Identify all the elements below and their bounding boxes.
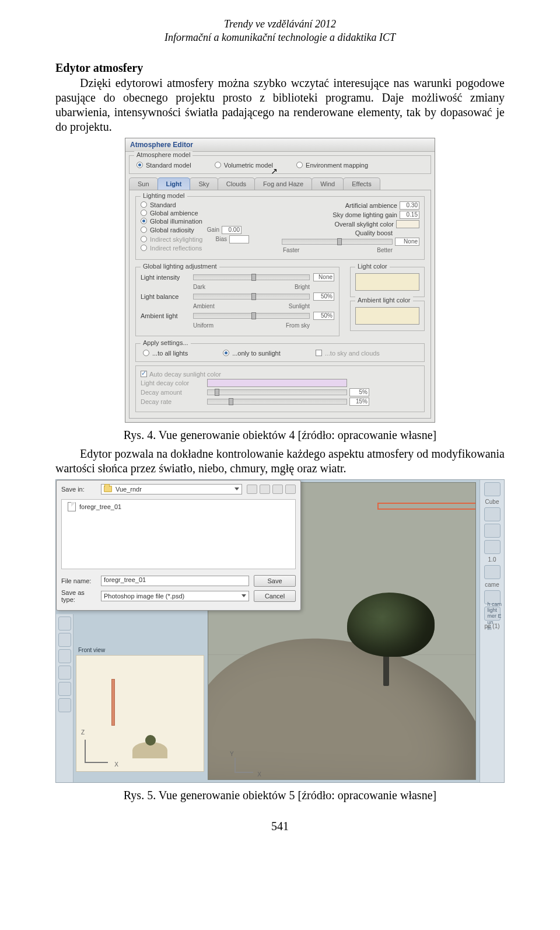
lighting-model-group: Lighting model Standard Global ambience … [135, 196, 425, 260]
light-balance-slider[interactable] [193, 294, 310, 299]
dark-label: Dark [193, 284, 205, 290]
light-decay-color-swatch[interactable] [207, 379, 347, 387]
radio-apply-all-lights[interactable]: ...to all lights [143, 350, 188, 357]
radio-dot-icon [143, 350, 149, 356]
nav-up-icon[interactable] [260, 485, 270, 494]
ambient-light-slider[interactable] [193, 313, 310, 319]
savetype-dropdown[interactable]: Photoshop image file (*.psd) [101, 591, 249, 601]
tool-button[interactable] [58, 666, 71, 680]
apply-settings-legend: Apply settings... [141, 339, 191, 346]
nav-newfolder-icon[interactable] [272, 485, 283, 494]
section-paragraph-1-text: Dzięki edytorowi atmosfery można szybko … [55, 76, 505, 133]
radio-indirect-reflections: Indirect reflections [141, 245, 202, 252]
radio-apply-sunlight[interactable]: ...only to sunlight [223, 350, 281, 357]
tool-button[interactable] [484, 540, 501, 554]
artificial-ambience-value[interactable]: 0.30 [400, 201, 419, 210]
radio-global-ambience[interactable]: Global ambience [141, 210, 198, 217]
chevron-down-icon [235, 487, 239, 490]
ambient-light-label: Ambient light [141, 312, 190, 319]
page-number: 541 [55, 820, 505, 833]
front-view-panel[interactable]: Z X [76, 655, 204, 772]
radio-apply-sky-clouds-label: ...to sky and clouds [325, 350, 380, 357]
radio-environment-mapping[interactable]: Environment mapping [296, 162, 368, 169]
bias-label: Bias [216, 236, 227, 242]
save-in-dropdown[interactable]: Vue_rndr [101, 484, 242, 494]
bias-value [229, 235, 249, 243]
tab-clouds[interactable]: Clouds [218, 177, 255, 190]
nav-views-icon[interactable] [285, 485, 296, 494]
tool-button[interactable] [58, 682, 71, 696]
right-label-un: un [487, 619, 502, 625]
tab-effects[interactable]: Effects [343, 177, 380, 190]
light-intensity-value: None [313, 273, 334, 281]
decay-amount-label: Decay amount [141, 389, 205, 396]
decay-amount-slider[interactable] [207, 389, 347, 395]
decay-rate-value: 15% [349, 398, 369, 406]
gain-value[interactable]: 0.00 [222, 226, 242, 234]
radio-dot-icon [141, 227, 147, 233]
gain-label: Gain [207, 227, 219, 233]
tab-wind[interactable]: Wind [312, 177, 344, 190]
light-intensity-slider[interactable] [193, 274, 310, 280]
save-in-label: Save in: [61, 486, 96, 493]
window-title: Atmosphere Editor [125, 138, 435, 152]
right-small-labels: h cam light mer E un in [487, 601, 502, 632]
ambient-light-color-swatch[interactable] [355, 307, 419, 325]
radio-dot-icon [141, 245, 147, 251]
radio-lighting-standard[interactable]: Standard [141, 201, 176, 208]
front-selection-rect [111, 679, 115, 726]
folder-icon [104, 486, 112, 492]
filename-label: File name: [61, 577, 96, 584]
axis-x-label: X [114, 761, 118, 768]
radio-global-radiosity[interactable]: Global radiosity [141, 227, 194, 234]
radio-global-illumination[interactable]: Global illumination [141, 218, 202, 225]
file-list-item[interactable]: foregr_tree_01 [62, 500, 295, 514]
tab-light[interactable]: Light [158, 177, 191, 190]
section-title: Edytor atmosfery [55, 61, 505, 75]
tool-button[interactable] [484, 565, 501, 579]
quality-boost-slider[interactable] [282, 239, 393, 245]
tool-button[interactable] [484, 507, 501, 521]
light-balance-value: 50% [313, 292, 334, 301]
radio-dot-icon [141, 201, 147, 208]
radio-dot-icon [223, 350, 229, 356]
artificial-ambience-label: Artificial ambience [345, 202, 397, 209]
light-color-swatch[interactable] [355, 273, 419, 291]
tree-crown [347, 593, 435, 657]
save-button[interactable]: Save [254, 575, 296, 587]
tab-sky[interactable]: Sky [190, 177, 218, 190]
tool-button[interactable] [58, 698, 71, 712]
checkbox-auto-decay[interactable] [141, 371, 147, 377]
tool-button[interactable] [484, 482, 501, 496]
tool-button[interactable] [58, 649, 71, 663]
quality-better-label: Better [377, 247, 393, 253]
radio-volumetric-model[interactable]: Volumetric model [215, 162, 273, 169]
right-label-1: 1.0 [480, 556, 504, 563]
cancel-button[interactable]: Cancel [254, 590, 296, 602]
nav-back-icon[interactable] [247, 485, 257, 494]
axis-z-label: Z [81, 729, 85, 736]
decay-group: Auto decay sunlight color Light decay co… [135, 365, 425, 412]
header-line-1: Trendy ve vzdělávání 2012 [55, 18, 505, 31]
decay-rate-slider[interactable] [207, 399, 347, 405]
file-list[interactable]: foregr_tree_01 [61, 499, 296, 569]
tab-fog-haze[interactable]: Fog and Haze [254, 177, 312, 190]
tab-sun[interactable]: Sun [129, 177, 158, 190]
radio-indirect-reflections-label: Indirect reflections [150, 245, 202, 252]
radio-indirect-skylighting-label: Indirect skylighting [150, 236, 203, 243]
light-color-group: Light color [350, 267, 425, 297]
overall-skylight-color-swatch[interactable] [396, 220, 419, 228]
tool-button[interactable] [58, 633, 71, 647]
radio-global-ambience-label: Global ambience [150, 210, 198, 217]
tool-button[interactable] [58, 616, 71, 631]
right-label-in: in [487, 625, 502, 631]
lighting-model-legend: Lighting model [141, 192, 187, 199]
radio-standard-model[interactable]: Standard model [136, 162, 191, 169]
mid-paragraph-text: Edytor pozwala na dokładne kontrolowanie… [55, 447, 505, 475]
quality-faster-label: Faster [283, 247, 299, 253]
sky-dome-gain-value[interactable]: 0.15 [400, 211, 419, 219]
tool-button[interactable] [484, 524, 501, 538]
quality-boost-value: None [395, 238, 419, 246]
filename-input[interactable]: foregr_tree_01 [101, 576, 249, 586]
axis-y-label: Y [230, 751, 234, 757]
